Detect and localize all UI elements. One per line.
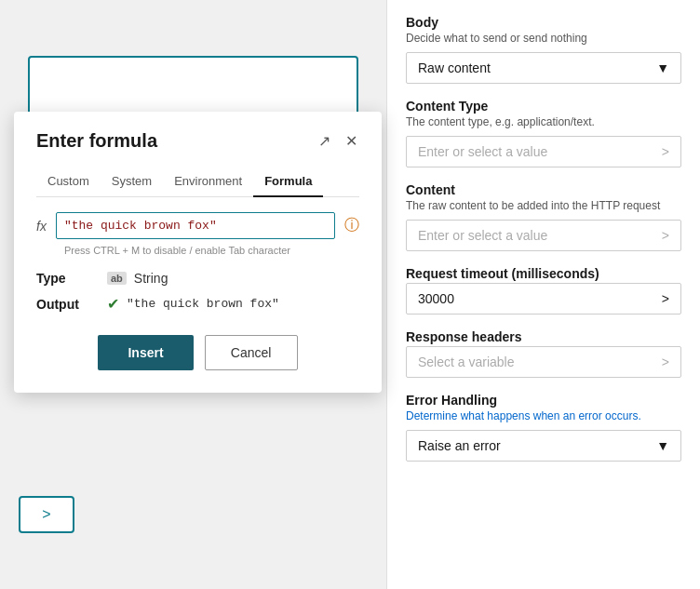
content-type-label: Content Type <box>406 99 681 114</box>
modal-title: Enter formula <box>36 130 157 152</box>
tab-system[interactable]: System <box>101 167 163 197</box>
type-text: String <box>134 271 168 286</box>
timeout-chevron-right-icon: > <box>662 291 669 306</box>
modal-actions: Insert Cancel <box>36 335 359 370</box>
output-value-container: ✔ "the quick brown fox" <box>107 295 279 313</box>
ctrl-hint: Press CTRL + M to disable / enable Tab c… <box>64 245 359 256</box>
error-handling-label: Error Handling <box>406 393 681 408</box>
content-section: Content The raw content to be added into… <box>406 182 681 251</box>
close-icon: ✕ <box>345 132 357 150</box>
response-headers-section: Response headers Select a variable > <box>406 329 681 378</box>
timeout-label: Request timeout (milliseconds) <box>406 266 681 281</box>
close-button[interactable]: ✕ <box>343 130 359 152</box>
type-value: ab String <box>107 271 168 286</box>
tab-formula[interactable]: Formula <box>253 167 323 197</box>
tab-environment[interactable]: Environment <box>163 167 253 197</box>
output-value: "the quick brown fox" <box>127 297 279 311</box>
arrow-box[interactable]: > <box>19 496 74 533</box>
output-label: Output <box>36 297 92 312</box>
content-type-chevron-right-icon: > <box>662 144 669 159</box>
formula-input[interactable] <box>56 212 335 239</box>
error-handling-chevron-down-icon: ▼ <box>656 438 669 453</box>
modal-tabs: Custom System Environment Formula <box>36 167 359 197</box>
response-headers-field[interactable]: Select a variable > <box>406 346 681 378</box>
timeout-value: 30000 <box>418 291 454 306</box>
content-type-section: Content Type The content type, e.g. appl… <box>406 99 681 167</box>
type-label: Type <box>36 271 92 286</box>
tab-custom[interactable]: Custom <box>36 167 101 197</box>
cancel-button[interactable]: Cancel <box>205 335 298 370</box>
body-label: Body <box>406 15 681 30</box>
string-icon: ab <box>107 272 127 285</box>
enter-formula-modal: Enter formula ↗ ✕ Custom System Environm… <box>14 112 382 393</box>
content-chevron-right-icon: > <box>662 228 669 243</box>
left-panel: ⋮ > Enter formula ↗ ✕ Custom System Envi… <box>0 0 386 589</box>
body-selected-value: Raw content <box>418 60 491 75</box>
type-output-section: Type ab String Output ✔ "the quick brown… <box>36 271 359 313</box>
error-handling-dropdown[interactable]: Raise an error ▼ <box>406 430 681 462</box>
content-type-placeholder: Enter or select a value <box>418 144 547 159</box>
error-handling-selected-value: Raise an error <box>418 438 501 453</box>
expand-icon: ↗ <box>318 132 330 150</box>
timeout-section: Request timeout (milliseconds) 30000 > <box>406 266 681 315</box>
arrow-right-icon: > <box>42 506 50 523</box>
info-icon[interactable]: ⓘ <box>344 216 359 235</box>
content-field[interactable]: Enter or select a value > <box>406 220 681 251</box>
modal-header: Enter formula ↗ ✕ <box>36 130 359 152</box>
body-desc: Decide what to send or send nothing <box>406 32 681 45</box>
response-headers-chevron-right-icon: > <box>662 355 669 369</box>
body-chevron-down-icon: ▼ <box>656 60 669 75</box>
error-handling-desc: Determine what happens when an error occ… <box>406 409 681 422</box>
content-type-field[interactable]: Enter or select a value > <box>406 136 681 167</box>
content-label: Content <box>406 182 681 197</box>
response-headers-label: Response headers <box>406 329 681 344</box>
response-headers-placeholder: Select a variable <box>418 355 515 369</box>
right-panel: Body Decide what to send or send nothing… <box>386 0 700 589</box>
content-placeholder: Enter or select a value <box>418 228 547 243</box>
modal-icons: ↗ ✕ <box>316 130 359 152</box>
expand-button[interactable]: ↗ <box>316 130 332 152</box>
content-type-desc: The content type, e.g. application/text. <box>406 115 681 128</box>
timeout-field[interactable]: 30000 > <box>406 283 681 315</box>
error-handling-section: Error Handling Determine what happens wh… <box>406 393 681 462</box>
body-dropdown[interactable]: Raw content ▼ <box>406 52 681 84</box>
insert-button[interactable]: Insert <box>98 335 193 370</box>
output-row: Output ✔ "the quick brown fox" <box>36 295 359 313</box>
fx-label: fx <box>36 219 47 234</box>
formula-input-area: fx ⓘ <box>36 212 359 239</box>
type-row: Type ab String <box>36 271 359 286</box>
check-circle-icon: ✔ <box>107 295 119 313</box>
body-section: Body Decide what to send or send nothing… <box>406 15 681 84</box>
content-desc: The raw content to be added into the HTT… <box>406 199 681 212</box>
